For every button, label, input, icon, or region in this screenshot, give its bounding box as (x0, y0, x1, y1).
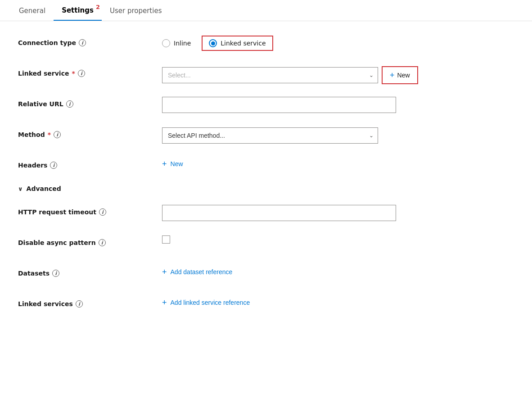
method-info-icon[interactable]: i (54, 131, 61, 138)
add-linked-service-label: Add linked service reference (171, 299, 250, 306)
advanced-label: Advanced (27, 185, 61, 192)
tab-general[interactable]: General (11, 0, 54, 20)
datasets-control: + Add dataset reference (162, 266, 514, 278)
disable-async-info-icon[interactable]: i (99, 239, 106, 246)
settings-content: Connection type i Inline Linked service (0, 21, 532, 342)
add-dataset-button[interactable]: + Add dataset reference (162, 266, 232, 278)
method-required: * (48, 131, 51, 138)
connection-type-label: Connection type i (18, 36, 162, 46)
headers-info-icon[interactable]: i (50, 162, 57, 169)
tab-bar: General Settings2 User properties (0, 0, 532, 21)
method-select-wrapper: Select API method... ⌄ (162, 127, 378, 144)
disable-async-row: Disable async pattern i (18, 235, 514, 253)
linked-service-required: * (72, 70, 75, 77)
relative-url-input[interactable] (162, 97, 396, 113)
disable-async-label: Disable async pattern i (18, 235, 162, 246)
connection-type-radio-group: Inline Linked service (162, 36, 273, 51)
datasets-label: Datasets i (18, 266, 162, 277)
add-dataset-label: Add dataset reference (171, 268, 233, 276)
linked-services-info-icon[interactable]: i (76, 300, 83, 308)
relative-url-label: Relative URL i (18, 97, 162, 108)
connection-type-control: Inline Linked service (162, 36, 514, 51)
tabs-container: General Settings2 User properties (0, 0, 532, 21)
new-linked-service-button[interactable]: + New (383, 67, 417, 83)
linked-service-select[interactable]: Select... (162, 67, 378, 83)
advanced-chevron-icon: ∨ (18, 185, 23, 192)
headers-new-button[interactable]: + New (162, 158, 183, 170)
headers-new-label: New (171, 160, 183, 167)
linked-service-select-wrapper: Select... ⌄ (162, 67, 378, 83)
advanced-header[interactable]: ∨ Advanced (18, 185, 514, 192)
http-timeout-control (162, 205, 514, 221)
relative-url-row: Relative URL i (18, 97, 514, 115)
new-button-highlight: + New (382, 66, 418, 84)
datasets-info-icon[interactable]: i (52, 270, 59, 277)
datasets-row: Datasets i + Add dataset reference (18, 266, 514, 284)
headers-label: Headers i (18, 158, 162, 169)
add-linked-service-ref-button[interactable]: + Add linked service reference (162, 297, 250, 308)
method-row: Method * i Select API method... ⌄ (18, 127, 514, 145)
http-timeout-row: HTTP request timeout i (18, 205, 514, 223)
inline-radio-circle (162, 39, 170, 47)
linked-service-control: Select... ⌄ + New (162, 66, 514, 84)
linked-service-info-icon[interactable]: i (78, 70, 85, 77)
disable-async-checkbox[interactable] (162, 235, 170, 244)
relative-url-info-icon[interactable]: i (66, 100, 73, 108)
linked-service-highlight: Linked service (202, 36, 273, 51)
linked-service-radio-option[interactable]: Linked service (209, 39, 266, 47)
linked-service-ref-plus-icon: + (162, 298, 167, 307)
linked-services-control: + Add linked service reference (162, 297, 514, 308)
headers-control: + New (162, 158, 514, 170)
headers-row: Headers i + New (18, 158, 514, 176)
http-timeout-info-icon[interactable]: i (99, 208, 106, 216)
linked-service-label: Linked service * i (18, 66, 162, 77)
connection-type-row: Connection type i Inline Linked service (18, 36, 514, 54)
method-select[interactable]: Select API method... (162, 127, 378, 144)
linked-service-radio-circle (209, 39, 217, 47)
tab-user-properties[interactable]: User properties (102, 0, 170, 20)
method-control: Select API method... ⌄ (162, 127, 514, 144)
linked-service-radio-label: Linked service (221, 40, 266, 47)
linked-service-row: Linked service * i Select... ⌄ + New (18, 66, 514, 84)
new-button-label: New (397, 72, 410, 79)
settings-badge: 2 (96, 4, 100, 10)
linked-services-label: Linked services i (18, 297, 162, 308)
inline-radio-option[interactable]: Inline (162, 39, 191, 47)
new-plus-icon: + (390, 71, 395, 79)
headers-plus-icon: + (162, 160, 167, 168)
relative-url-control (162, 97, 514, 113)
method-label: Method * i (18, 127, 162, 138)
dataset-plus-icon: + (162, 268, 167, 276)
tab-settings[interactable]: Settings2 (54, 0, 102, 21)
linked-services-row: Linked services i + Add linked service r… (18, 297, 514, 315)
inline-radio-label: Inline (174, 40, 191, 47)
http-timeout-label: HTTP request timeout i (18, 205, 162, 216)
http-timeout-input[interactable] (162, 205, 396, 221)
disable-async-control (162, 235, 514, 244)
connection-type-info-icon[interactable]: i (79, 39, 86, 46)
